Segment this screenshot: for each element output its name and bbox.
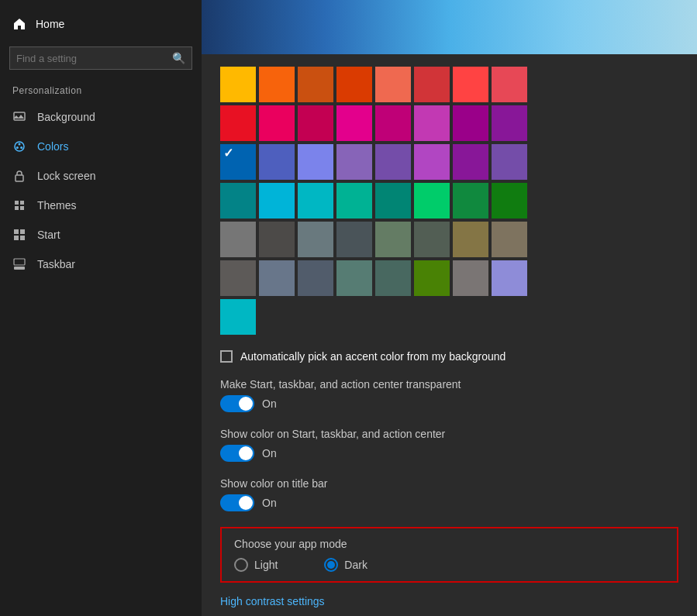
color-swatch-37[interactable] bbox=[414, 222, 450, 257]
search-button[interactable]: 🔍 bbox=[166, 47, 192, 69]
color-swatch-10[interactable] bbox=[298, 105, 333, 141]
color-swatch-6[interactable] bbox=[453, 67, 488, 102]
show-color-title-toggle-container: On bbox=[220, 494, 678, 511]
radio-dark-outer[interactable] bbox=[324, 558, 338, 572]
svg-point-4 bbox=[20, 146, 22, 149]
sidebar-item-taskbar[interactable]: Taskbar bbox=[0, 249, 202, 279]
color-swatch-28[interactable] bbox=[375, 183, 411, 219]
color-swatch-20[interactable] bbox=[375, 144, 411, 180]
show-color-taskbar-title: Show color on Start, taskbar, and action… bbox=[220, 428, 678, 440]
svg-rect-6 bbox=[15, 201, 19, 205]
color-swatch-25[interactable] bbox=[259, 183, 295, 219]
color-swatch-17[interactable] bbox=[259, 144, 295, 180]
show-color-taskbar-toggle-container: On bbox=[220, 445, 678, 462]
color-swatch-19[interactable] bbox=[336, 144, 372, 180]
color-swatch-47[interactable] bbox=[492, 260, 527, 296]
sidebar-item-start[interactable]: Start bbox=[0, 220, 202, 249]
themes-label: Themes bbox=[37, 199, 77, 212]
color-swatch-16[interactable] bbox=[220, 144, 256, 180]
color-swatch-44[interactable] bbox=[375, 260, 411, 296]
color-swatch-26[interactable] bbox=[298, 183, 333, 219]
color-swatch-36[interactable] bbox=[375, 222, 411, 257]
color-swatch-13[interactable] bbox=[414, 105, 450, 141]
color-swatch-41[interactable] bbox=[259, 260, 295, 296]
lock-icon bbox=[12, 169, 26, 183]
color-swatch-2[interactable] bbox=[298, 67, 333, 102]
color-swatch-40[interactable] bbox=[220, 260, 256, 296]
color-swatch-30[interactable] bbox=[453, 183, 488, 219]
color-swatch-33[interactable] bbox=[259, 222, 295, 257]
svg-rect-10 bbox=[14, 229, 19, 234]
start-label: Start bbox=[37, 229, 60, 241]
sidebar-home-item[interactable]: Home bbox=[0, 8, 202, 40]
high-contrast-link[interactable]: High contrast settings bbox=[220, 595, 325, 607]
start-icon bbox=[12, 228, 26, 242]
auto-pick-label: Automatically pick an accent color from … bbox=[240, 350, 505, 363]
color-swatch-24[interactable] bbox=[220, 183, 256, 219]
background-label: Background bbox=[37, 111, 95, 123]
color-swatch-22[interactable] bbox=[453, 144, 488, 180]
svg-rect-11 bbox=[20, 229, 25, 234]
color-swatch-11[interactable] bbox=[336, 105, 372, 141]
color-swatch-4[interactable] bbox=[375, 67, 411, 102]
color-swatch-38[interactable] bbox=[453, 222, 488, 257]
sidebar: Home 🔍 Personalization Background Colors bbox=[0, 0, 202, 616]
home-label: Home bbox=[36, 18, 64, 30]
transparent-title: Make Start, taskbar, and action center t… bbox=[220, 378, 678, 391]
color-swatch-31[interactable] bbox=[492, 183, 527, 219]
color-swatch-9[interactable] bbox=[259, 105, 295, 141]
color-swatch-21[interactable] bbox=[414, 144, 450, 180]
svg-rect-14 bbox=[14, 267, 25, 270]
color-swatch-43[interactable] bbox=[336, 260, 372, 296]
auto-pick-container[interactable]: Automatically pick an accent color from … bbox=[220, 350, 678, 363]
color-swatch-12[interactable] bbox=[375, 105, 411, 141]
color-swatch-0[interactable] bbox=[220, 67, 256, 102]
sidebar-item-lock-screen[interactable]: Lock screen bbox=[0, 161, 202, 191]
color-swatch-46[interactable] bbox=[453, 260, 488, 296]
search-container: 🔍 bbox=[9, 46, 192, 70]
color-swatch-5[interactable] bbox=[414, 67, 450, 102]
color-swatch-14[interactable] bbox=[453, 105, 488, 141]
color-swatch-7[interactable] bbox=[492, 67, 527, 102]
svg-rect-13 bbox=[20, 236, 25, 240]
sidebar-item-background[interactable]: Background bbox=[0, 102, 202, 132]
taskbar-icon bbox=[12, 257, 26, 271]
colors-icon bbox=[12, 139, 26, 153]
color-swatch-29[interactable] bbox=[414, 183, 450, 219]
color-swatch-1[interactable] bbox=[259, 67, 295, 102]
radio-dark[interactable]: Dark bbox=[324, 558, 367, 572]
search-input[interactable] bbox=[10, 48, 166, 69]
app-mode-title: Choose your app mode bbox=[234, 538, 664, 550]
color-swatch-8[interactable] bbox=[220, 105, 256, 141]
svg-rect-15 bbox=[14, 259, 25, 265]
color-swatch-15[interactable] bbox=[492, 105, 527, 141]
show-color-taskbar-toggle[interactable] bbox=[220, 445, 254, 462]
color-swatch-32[interactable] bbox=[220, 222, 256, 257]
background-icon bbox=[12, 110, 26, 124]
auto-pick-checkbox[interactable] bbox=[220, 350, 233, 363]
radio-light[interactable]: Light bbox=[234, 558, 278, 572]
color-swatch-27[interactable] bbox=[336, 183, 372, 219]
radio-group: Light Dark bbox=[234, 558, 664, 572]
show-color-title-toggle[interactable] bbox=[220, 494, 254, 511]
radio-light-outer[interactable] bbox=[234, 558, 248, 572]
svg-rect-9 bbox=[20, 206, 24, 210]
color-swatch-45[interactable] bbox=[414, 260, 450, 296]
color-swatch-34[interactable] bbox=[298, 222, 333, 257]
svg-rect-7 bbox=[20, 201, 24, 205]
color-swatch-23[interactable] bbox=[492, 144, 527, 180]
color-swatch-18[interactable] bbox=[298, 144, 333, 180]
color-swatch-3[interactable] bbox=[336, 67, 372, 102]
color-grid bbox=[220, 67, 678, 335]
transparent-toggle[interactable] bbox=[220, 395, 254, 412]
transparent-section: Make Start, taskbar, and action center t… bbox=[220, 378, 678, 412]
radio-dark-inner bbox=[327, 561, 335, 569]
themes-icon bbox=[12, 198, 26, 212]
sidebar-item-colors[interactable]: Colors bbox=[0, 132, 202, 161]
color-swatch-35[interactable] bbox=[336, 222, 372, 257]
sidebar-item-themes[interactable]: Themes bbox=[0, 191, 202, 220]
color-swatch-39[interactable] bbox=[492, 222, 527, 257]
color-swatch-42[interactable] bbox=[298, 260, 333, 296]
main-content: Automatically pick an accent color from … bbox=[202, 0, 697, 616]
color-swatch-48[interactable] bbox=[220, 299, 256, 335]
